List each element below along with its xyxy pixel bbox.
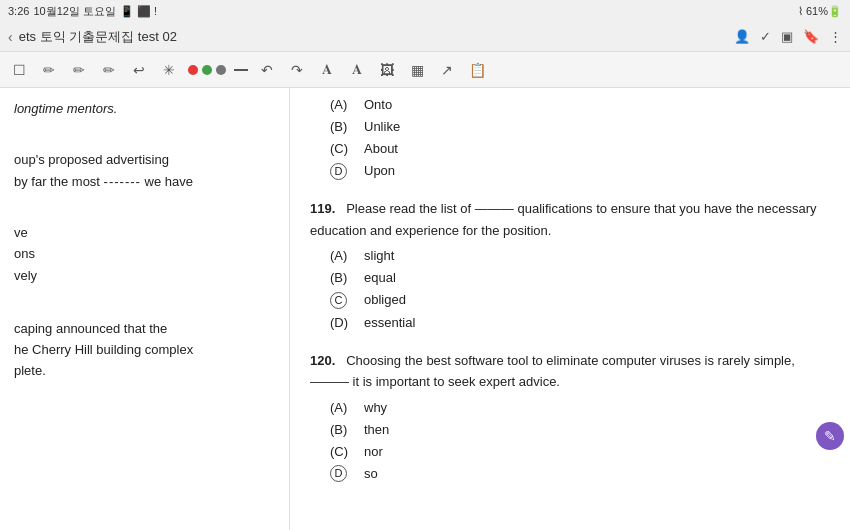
q118-d-circle: D <box>330 163 347 180</box>
nav-icon-user[interactable]: 👤 <box>734 29 750 44</box>
toolbar-icon-a1[interactable]: 𝐀 <box>316 59 338 81</box>
q119-c-text: obliged <box>364 289 406 311</box>
toolbar-icon-share[interactable]: ↗ <box>436 59 458 81</box>
q120-options-list: (A) why (B) then (C) nor D so <box>330 397 830 485</box>
toolbar-separator <box>234 69 248 71</box>
q120-b-text: then <box>364 419 389 441</box>
toolbar-icon-pen3[interactable]: ✏ <box>98 59 120 81</box>
q120-d-circle: D <box>330 465 347 482</box>
nav-icon-edit[interactable]: ✓ <box>760 29 771 44</box>
toolbar-icon-arrow[interactable]: ↩ <box>128 59 150 81</box>
left-line-ve: ve <box>14 222 275 243</box>
toolbar-icon-copy[interactable]: 📋 <box>466 59 488 81</box>
q120-number: 120. <box>310 353 335 368</box>
fab-button[interactable]: ✎ <box>816 422 844 450</box>
toolbar-color-dots <box>188 65 226 75</box>
status-bar: 3:26 10월12일 토요일 📱 ⬛ ! ⌇ 61%🔋 <box>0 0 850 22</box>
status-right: ⌇ 61%🔋 <box>798 5 842 18</box>
left-line-plete: plete. <box>14 360 275 381</box>
q120-text: 120. Choosing the best software tool to … <box>310 350 830 393</box>
left-line-vely: vely <box>14 265 275 286</box>
toolbar: ☐ ✏ ✏ ✏ ↩ ✳ ↶ ↷ 𝐀 𝐀 🖼 ▦ ↗ 📋 <box>0 52 850 88</box>
nav-icon-layout[interactable]: ▣ <box>781 29 793 44</box>
toolbar-icon-select[interactable]: ☐ <box>8 59 30 81</box>
q119-a-text: slight <box>364 245 394 267</box>
main-content: longtime mentors. oup's proposed adverti… <box>0 88 850 530</box>
q118-option-d: D Upon <box>330 160 830 182</box>
q120-option-b: (B) then <box>330 419 830 441</box>
q119-option-b: (B) equal <box>330 267 830 289</box>
left-blank <box>14 200 275 221</box>
status-icons: 📱 ⬛ ! <box>120 5 157 18</box>
q119-c-circle: C <box>330 292 347 309</box>
toolbar-icon-star[interactable]: ✳ <box>158 59 180 81</box>
nav-icon-bookmark[interactable]: 🔖 <box>803 29 819 44</box>
q120-body: Choosing the best software tool to elimi… <box>310 353 795 389</box>
q119-option-d: (D) essential <box>330 312 830 334</box>
toolbar-icon-pen2[interactable]: ✏ <box>68 59 90 81</box>
q119-text: 119. Please read the list of ——— qualifi… <box>310 198 830 241</box>
question-118-options: (A) Onto (B) Unlike (C) About D Upon <box>310 94 830 182</box>
nav-right-icons: 👤 ✓ ▣ 🔖 ⋮ <box>734 29 842 44</box>
q120-option-d: D so <box>330 463 830 485</box>
q118-a-text: Onto <box>364 94 392 116</box>
back-button[interactable]: ‹ <box>8 29 13 45</box>
toolbar-icon-redo[interactable]: ↷ <box>286 59 308 81</box>
battery: ⌇ 61%🔋 <box>798 5 842 18</box>
toolbar-icon-pen[interactable]: ✏ <box>38 59 60 81</box>
left-line-advertising: oup's proposed advertising <box>14 149 275 170</box>
left-line-ons: ons <box>14 243 275 264</box>
q120-c-text: nor <box>364 441 383 463</box>
q119-text1: Please read the list of <box>346 201 471 216</box>
q118-d-text: Upon <box>364 160 395 182</box>
q119-number: 119. <box>310 201 335 216</box>
q118-option-a: (A) Onto <box>330 94 830 116</box>
q118-c-text: About <box>364 138 398 160</box>
left-blank2 <box>14 296 275 317</box>
toolbar-icon-undo[interactable]: ↶ <box>256 59 278 81</box>
toolbar-icon-img[interactable]: 🖼 <box>376 59 398 81</box>
q119-options-list: (A) slight (B) equal C obliged (D) essen… <box>330 245 830 333</box>
date: 10월12일 토요일 <box>33 4 116 19</box>
question-120: 120. Choosing the best software tool to … <box>310 350 830 485</box>
nav-bar: ‹ ets 토익 기출문제집 test 02 👤 ✓ ▣ 🔖 ⋮ <box>0 22 850 52</box>
fab-icon: ✎ <box>824 428 836 444</box>
q119-dashes: ——— <box>475 201 518 216</box>
toolbar-icon-a2[interactable]: 𝐀 <box>346 59 368 81</box>
q118-b-text: Unlike <box>364 116 400 138</box>
left-line-mentors: longtime mentors. <box>14 98 275 119</box>
dot-red[interactable] <box>188 65 198 75</box>
dot-gray[interactable] <box>216 65 226 75</box>
q119-option-c: C obliged <box>330 289 830 311</box>
q119-d-text: essential <box>364 312 415 334</box>
q118-options-list: (A) Onto (B) Unlike (C) About D Upon <box>330 94 830 182</box>
left-line-far: by far the most ------- we have <box>14 171 275 192</box>
q118-option-b: (B) Unlike <box>330 116 830 138</box>
q119-b-text: equal <box>364 267 396 289</box>
left-line-caping: caping announced that the <box>14 318 275 339</box>
time: 3:26 <box>8 5 29 17</box>
left-panel: longtime mentors. oup's proposed adverti… <box>0 88 290 530</box>
toolbar-icon-grid[interactable]: ▦ <box>406 59 428 81</box>
dot-green[interactable] <box>202 65 212 75</box>
nav-icon-more[interactable]: ⋮ <box>829 29 842 44</box>
left-line-cherry: he Cherry Hill building complex <box>14 339 275 360</box>
q120-d-text: so <box>364 463 378 485</box>
nav-title: ets 토익 기출문제집 test 02 <box>19 28 177 46</box>
question-119: 119. Please read the list of ——— qualifi… <box>310 198 830 333</box>
q120-option-c: (C) nor <box>330 441 830 463</box>
q119-option-a: (A) slight <box>330 245 830 267</box>
q120-option-a: (A) why <box>330 397 830 419</box>
left-text-block: longtime mentors. oup's proposed adverti… <box>14 98 275 382</box>
q118-option-c: (C) About <box>330 138 830 160</box>
right-panel: (A) Onto (B) Unlike (C) About D Upon <box>290 88 850 530</box>
q120-a-text: why <box>364 397 387 419</box>
status-left: 3:26 10월12일 토요일 📱 ⬛ ! <box>8 4 157 19</box>
